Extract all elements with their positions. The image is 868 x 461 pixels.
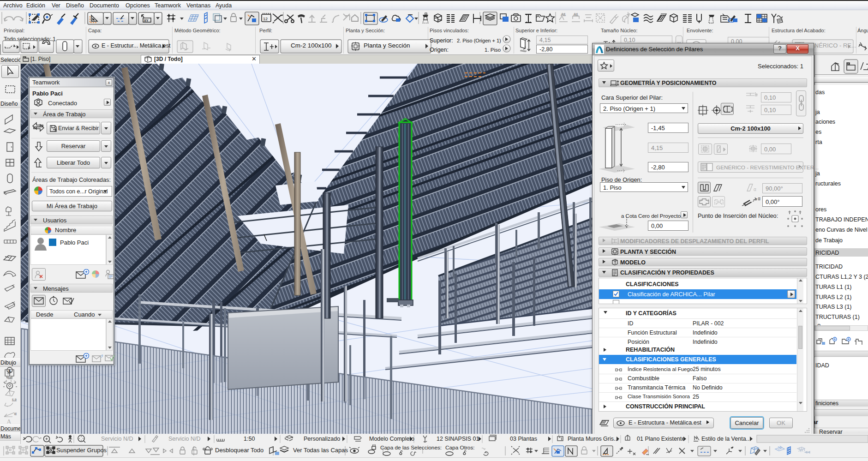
svg-text:α: α — [758, 196, 760, 201]
svg-text:1.2: 1.2 — [12, 398, 17, 401]
svg-text:α: α — [14, 412, 17, 416]
svg-text:12: 12 — [263, 17, 268, 21]
svg-text:1: 1 — [9, 369, 11, 373]
svg-text:1.2: 1.2 — [8, 376, 12, 379]
svg-text:A1: A1 — [574, 12, 578, 17]
svg-text:A1: A1 — [561, 12, 566, 17]
svg-text:α: α — [754, 187, 756, 192]
svg-text:XY: XY — [144, 19, 149, 22]
